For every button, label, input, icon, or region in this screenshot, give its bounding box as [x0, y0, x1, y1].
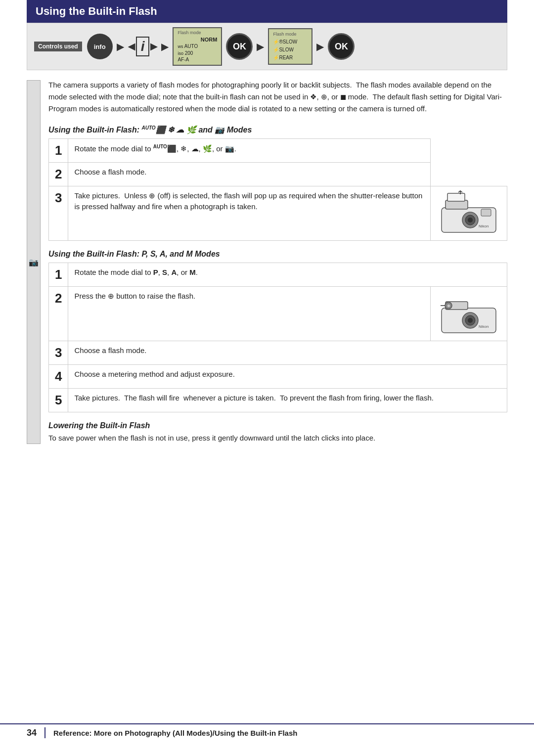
lcd-auto: ws AUTO: [178, 43, 217, 50]
s2-step2-num: 2: [49, 286, 68, 341]
lowering-text: To save power when the flash is not in u…: [48, 432, 507, 444]
lcd-iso: iso 200: [178, 50, 217, 57]
lcd-norm: NORM: [178, 36, 217, 43]
svg-rect-2: [447, 193, 465, 201]
s2-step4-row: 4 Choose a metering method and adjust ex…: [49, 364, 507, 388]
footer: 34 Reference: More on Photography (All M…: [0, 723, 534, 741]
s2-step1-num: 1: [49, 263, 68, 286]
step3-num: 3: [49, 186, 68, 240]
flash-screen-2: Flash mode ⚡®SLOW ⚡SLOW ⚡REAR: [268, 28, 312, 65]
step1-num: 1: [49, 138, 68, 162]
section2-heading: Using the Built-in Flash: P, S, A, and M…: [48, 250, 507, 259]
s2-step4-text: Choose a metering method and adjust expo…: [68, 364, 507, 388]
svg-text:⊕: ⊕: [447, 304, 450, 308]
lowering-heading: Lowering the Built-in Flash: [48, 421, 507, 430]
lcd-flash-mode-label: Flash mode: [178, 30, 217, 36]
intro-paragraph: The camera supports a variety of flash m…: [48, 79, 507, 115]
arrow-right-icon4: ▶: [316, 41, 324, 52]
s2-step2-row: 2 Press the ⊕ button to raise the flash.…: [49, 286, 507, 341]
footer-page-num: 34: [27, 728, 37, 738]
footer-separator: [44, 727, 45, 738]
flash2-options: ⚡®SLOW ⚡SLOW ⚡REAR: [273, 38, 308, 62]
flash-popup-diagram: Nikon: [437, 190, 501, 235]
arrow-right-icon2: ▶: [161, 41, 169, 52]
step2-num: 2: [49, 162, 68, 186]
flash-button-diagram: ⊕ Nikon: [437, 291, 501, 335]
s2-step2-text: Press the ⊕ button to raise the flash.: [68, 286, 431, 341]
step2-row: 2 Choose a flash mode.: [49, 162, 507, 186]
s2-step3-text: Choose a flash mode.: [68, 341, 507, 364]
svg-text:Nikon: Nikon: [479, 324, 489, 329]
step2-text: Choose a flash mode.: [68, 162, 431, 186]
footer-description: Reference: More on Photography (All Mode…: [53, 729, 297, 737]
s2-step5-text: Take pictures. The flash will fire whene…: [68, 388, 507, 412]
arrow-right-icon3: ▶: [257, 41, 264, 52]
svg-point-15: [468, 318, 473, 323]
page-title: Using the Built-in Flash: [27, 0, 507, 23]
flash-mode2-label: Flash mode: [273, 31, 308, 38]
ok-button-2[interactable]: OK: [328, 33, 355, 60]
s2-step5-row: 5 Take pictures. The flash will fire whe…: [49, 388, 507, 412]
section1-heading: Using the Built-in Flash: AUTO⬛ ❄ ☁ 🌿 an…: [48, 125, 507, 134]
info-button[interactable]: info: [87, 34, 113, 59]
arrow-right-icon: ▶: [117, 41, 124, 52]
step1-row: 1 Rotate the mode dial to AUTO⬛, ❄, ☁, 🌿…: [49, 138, 507, 162]
s2-step1-row: 1 Rotate the mode dial to P, S, A, or M.: [49, 263, 507, 286]
s2-step2-image: ⊕ Nikon: [431, 286, 507, 341]
controls-used-bar: Controls used info ▶ ◀i▶ ▶ Flash mode NO…: [27, 23, 507, 70]
main-content: 📷 The camera supports a variety of flash…: [27, 70, 507, 444]
step3-image: Nikon: [431, 186, 507, 240]
controls-label: Controls used: [34, 42, 82, 51]
camera-icon: 📷: [29, 258, 39, 267]
svg-text:Nikon: Nikon: [479, 224, 489, 228]
s2-step1-text: Rotate the mode dial to P, S, A, or M.: [68, 263, 507, 286]
s2-step3-num: 3: [49, 341, 68, 364]
step3-row: 3 Take pictures. Unless ⊕ (off) is selec…: [49, 186, 507, 240]
lcd-af: AF-A: [178, 56, 217, 63]
s2-step3-row: 3 Choose a flash mode.: [49, 341, 507, 364]
section1-steps-table: 1 Rotate the mode dial to AUTO⬛, ❄, ☁, 🌿…: [48, 138, 507, 241]
step3-text: Take pictures. Unless ⊕ (off) is selecte…: [68, 186, 431, 240]
ok-button-1[interactable]: OK: [226, 33, 253, 60]
section2-steps-table: 1 Rotate the mode dial to P, S, A, or M.…: [48, 263, 507, 412]
controls-icons: info ▶ ◀i▶ ▶ Flash mode NORM ws AUTO iso…: [87, 27, 500, 66]
s2-step5-num: 5: [49, 388, 68, 412]
sidebar-bookmark: 📷: [27, 80, 41, 444]
s2-step4-num: 4: [49, 364, 68, 388]
lcd-screen-1: Flash mode NORM ws AUTO iso 200 AF-A: [173, 27, 222, 66]
svg-point-6: [468, 218, 473, 222]
svg-rect-8: [481, 209, 491, 216]
step1-text: Rotate the mode dial to AUTO⬛, ❄, ☁, 🌿, …: [68, 138, 431, 162]
content-area: The camera supports a variety of flash m…: [41, 70, 507, 444]
i-icon: ◀i▶: [128, 37, 158, 56]
